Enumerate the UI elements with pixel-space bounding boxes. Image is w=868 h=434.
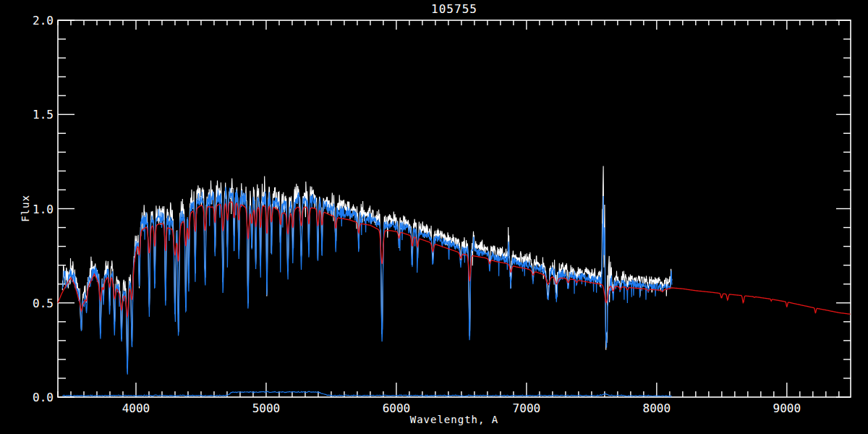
x-tick-label: 9000 <box>773 401 801 415</box>
plot-frame <box>58 20 851 397</box>
y-tick-label: 0.5 <box>33 297 54 310</box>
spectrum-chart: 4000500060007000800090000.00.51.01.52.0 … <box>0 0 868 434</box>
x-tick-label: 5000 <box>252 401 281 415</box>
x-tick-label: 4000 <box>122 401 150 415</box>
y-axis-label: Flux <box>20 195 31 222</box>
x-tick-label: 7000 <box>513 401 541 415</box>
y-tick-label: 2.0 <box>33 14 54 27</box>
error-spectrum-line <box>62 391 671 396</box>
x-axis-label: Wavelength, A <box>410 414 499 425</box>
x-tick-label: 8000 <box>643 401 671 415</box>
model-spectrum-line <box>58 202 851 316</box>
tick-labels: 4000500060007000800090000.00.51.01.52.0 <box>33 14 801 415</box>
plot-title: 105755 <box>431 2 477 16</box>
y-tick-label: 0.0 <box>33 391 54 404</box>
y-tick-label: 1.5 <box>33 108 54 122</box>
y-tick-label: 1.0 <box>33 203 54 216</box>
plot-axes <box>58 20 851 397</box>
spectral-plot-window: 4000500060007000800090000.00.51.01.52.0 … <box>0 0 868 434</box>
x-tick-label: 6000 <box>383 401 411 415</box>
